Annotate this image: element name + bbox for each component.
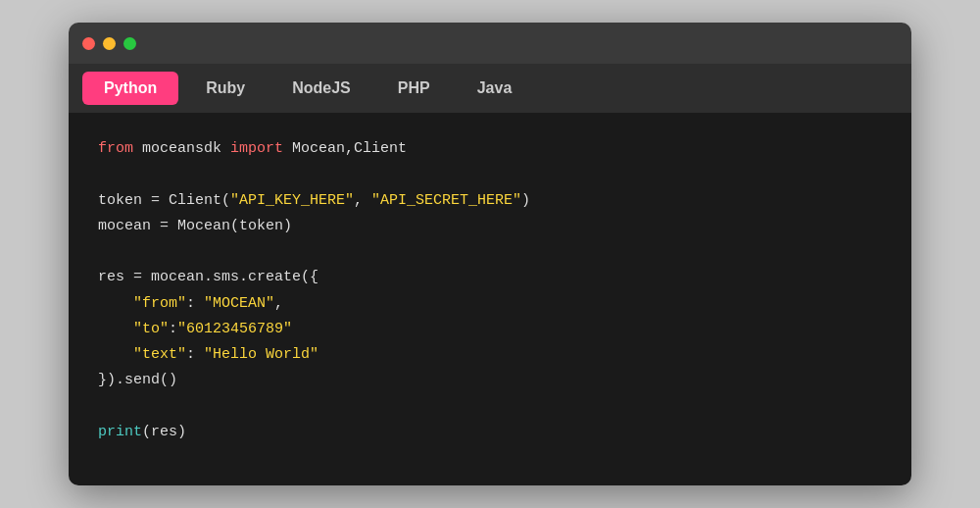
tab-python[interactable]: Python bbox=[82, 72, 178, 105]
string-from-key: "from" bbox=[133, 295, 186, 312]
titlebar bbox=[69, 23, 911, 64]
tabs-bar: Python Ruby NodeJS PHP Java bbox=[69, 64, 911, 113]
code-line-4: mocean = Mocean(token) bbox=[98, 214, 882, 239]
string-from-val: "MOCEAN" bbox=[204, 295, 274, 312]
code-text: ) bbox=[521, 192, 530, 209]
keyword-from: from bbox=[98, 140, 133, 157]
code-text: : bbox=[186, 346, 204, 363]
code-text bbox=[98, 346, 133, 363]
code-line-10: }).send() bbox=[98, 368, 882, 393]
close-button[interactable] bbox=[82, 37, 95, 50]
code-text: res = mocean.sms.create({ bbox=[98, 269, 318, 285]
code-line-8: "to":"60123456789" bbox=[98, 317, 882, 342]
code-text: Mocean,Client bbox=[283, 140, 407, 157]
string-text-val: "Hello World" bbox=[204, 346, 318, 363]
code-text: , bbox=[274, 295, 283, 312]
string-to-val: "60123456789" bbox=[177, 321, 292, 337]
code-text: }).send() bbox=[98, 372, 177, 388]
string-to-key: "to" bbox=[133, 321, 169, 337]
tab-ruby[interactable]: Ruby bbox=[182, 64, 269, 113]
string-text-key: "text" bbox=[133, 346, 186, 363]
code-text: : bbox=[169, 321, 177, 337]
string-apikey: "API_KEY_HERE" bbox=[230, 192, 354, 209]
code-line-7: "from": "MOCEAN", bbox=[98, 291, 882, 317]
code-blank-2 bbox=[98, 239, 882, 265]
code-text: , bbox=[354, 192, 371, 209]
code-text bbox=[98, 295, 133, 312]
code-line-3: token = Client("API_KEY_HERE", "API_SECR… bbox=[98, 188, 882, 214]
code-line-1: from moceansdk import Mocean,Client bbox=[98, 136, 882, 162]
tab-php[interactable]: PHP bbox=[374, 64, 454, 113]
code-text: moceansdk bbox=[133, 140, 230, 157]
keyword-print: print bbox=[98, 424, 142, 440]
minimize-button[interactable] bbox=[103, 37, 116, 50]
code-text: (res) bbox=[142, 424, 186, 440]
maximize-button[interactable] bbox=[123, 37, 136, 50]
code-text: mocean = Mocean(token) bbox=[98, 218, 292, 234]
tab-nodejs[interactable]: NodeJS bbox=[269, 64, 374, 113]
code-editor: from moceansdk import Mocean,Client toke… bbox=[69, 113, 911, 485]
code-text: : bbox=[186, 295, 204, 312]
code-text: token = Client( bbox=[98, 192, 230, 209]
keyword-import: import bbox=[230, 140, 283, 157]
string-apisecret: "API_SECRET_HERE" bbox=[371, 192, 521, 209]
code-line-6: res = mocean.sms.create({ bbox=[98, 265, 882, 290]
tab-java[interactable]: Java bbox=[454, 64, 536, 113]
code-blank-3 bbox=[98, 394, 882, 420]
code-blank-1 bbox=[98, 162, 882, 187]
code-line-9: "text": "Hello World" bbox=[98, 342, 882, 368]
app-window: Python Ruby NodeJS PHP Java from moceans… bbox=[69, 23, 911, 485]
code-text bbox=[98, 321, 133, 337]
code-line-12: print(res) bbox=[98, 420, 882, 445]
